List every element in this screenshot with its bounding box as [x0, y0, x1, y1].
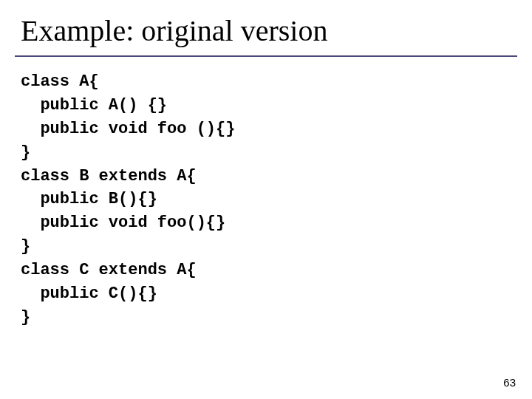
slide-title: Example: original version: [0, 0, 532, 52]
page-number: 63: [503, 376, 516, 389]
slide: Example: original version class A{ publi…: [0, 0, 532, 399]
code-block: class A{ public A() {} public void foo (…: [0, 57, 532, 330]
